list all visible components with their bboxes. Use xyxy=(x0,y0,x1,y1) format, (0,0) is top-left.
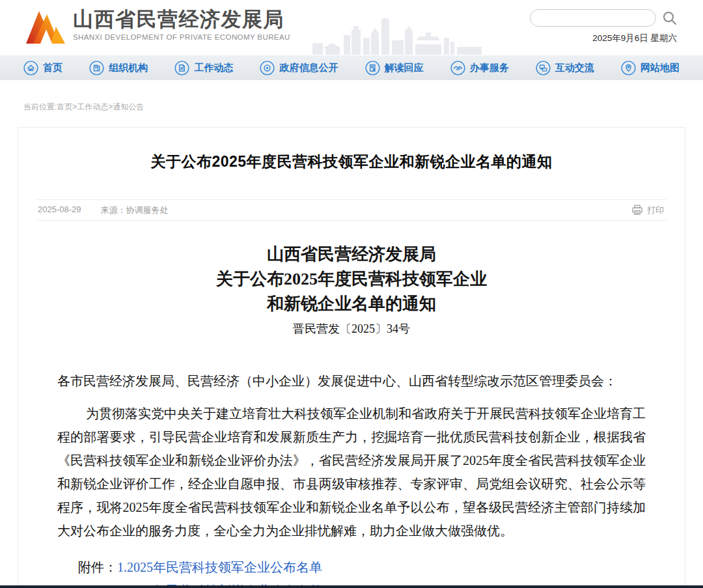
eye-disclosure-icon xyxy=(260,61,275,76)
search-icon xyxy=(661,10,678,27)
nav-label: 办事服务 xyxy=(470,62,509,74)
nav-label: 工作动态 xyxy=(194,62,233,74)
breadcrumb-link-work-news[interactable]: 工作动态 xyxy=(77,102,108,111)
main-nav: 首页 组织机构 工作动态 政府信息公开 解读回应 xyxy=(0,55,703,80)
nav-label: 解读回应 xyxy=(385,62,424,74)
salutation-paragraph: 各市民营经济发展局、民营经济（中小企业）发展促进中心、山西省转型综改示范区管理委… xyxy=(57,369,646,393)
attachments-label: 附件： xyxy=(78,555,117,588)
document-content: 山西省民营经济发展局 关于公布2025年度民营科技领军企业 和新锐企业名单的通知… xyxy=(18,242,685,588)
article-title: 关于公布2025年度民营科技领军企业和新锐企业名单的通知 xyxy=(18,152,685,172)
document-heading-line: 山西省民营经济发展局 xyxy=(18,242,685,267)
search-button[interactable] xyxy=(661,10,678,27)
nav-item-gov-info[interactable]: 政府信息公开 xyxy=(260,61,338,76)
handshake-service-icon xyxy=(450,61,465,76)
nav-label: 组织机构 xyxy=(109,62,148,74)
document-number: 晋民营发〔2025〕34号 xyxy=(18,321,685,337)
article-source: 来源：协调服务处 xyxy=(101,204,169,216)
breadcrumb-prefix: 当前位置: xyxy=(23,102,57,111)
article-meta-bar: 2025-08-29 来源：协调服务处 打印 xyxy=(36,199,667,221)
header-date: 2025年9月6日 星期六 xyxy=(592,33,677,44)
nav-item-work-news[interactable]: 工作动态 xyxy=(174,61,233,76)
nav-label: 网站地图 xyxy=(641,62,680,74)
attachments-links: 1.2025年民营科技领军企业公布名单 2.2025年民营科技新锐企业公布名单 xyxy=(117,555,322,588)
site-header: 山西省民营经济发展局 SHANXI DEVELOPMENT OF PRIVATE… xyxy=(0,0,703,55)
nav-item-services[interactable]: 办事服务 xyxy=(450,61,509,76)
nav-label: 政府信息公开 xyxy=(279,62,338,74)
site-brand: 山西省民营经济发展局 SHANXI DEVELOPMENT OF PRIVATE… xyxy=(73,8,290,41)
print-label: 打印 xyxy=(647,204,664,216)
article-date: 2025-08-29 xyxy=(38,204,81,216)
header-searchbar xyxy=(530,9,678,27)
nav-label: 首页 xyxy=(43,62,62,74)
site-title: 山西省民营经济发展局 xyxy=(73,8,290,31)
nav-item-interaction[interactable]: 互动交流 xyxy=(536,61,594,76)
city-skyline-decoration xyxy=(312,18,482,57)
document-body: 各市民营经济发展局、民营经济（中小企业）发展促进中心、山西省转型综改示范区管理委… xyxy=(57,369,646,542)
search-input[interactable] xyxy=(530,9,656,27)
breadcrumb-link-notices[interactable]: 通知公告 xyxy=(113,102,144,111)
organization-icon xyxy=(89,61,104,76)
bottom-bar xyxy=(0,585,703,588)
nav-item-interpretation[interactable]: 解读回应 xyxy=(365,61,424,76)
article-meta-left: 2025-08-29 来源：协调服务处 xyxy=(36,204,169,216)
site-subtitle: SHANXI DEVELOPMENT OF PRIVATE ECONOMY BU… xyxy=(73,33,290,41)
document-heading-line: 和新锐企业名单的通知 xyxy=(18,292,685,316)
sitemap-pin-icon xyxy=(621,61,636,76)
chat-interaction-icon xyxy=(536,61,551,76)
nav-item-sitemap[interactable]: 网站地图 xyxy=(621,61,680,76)
attachments-section: 附件： 1.2025年民营科技领军企业公布名单 2.2025年民营科技新锐企业公… xyxy=(78,555,646,588)
breadcrumb-link-home[interactable]: 首页 xyxy=(57,102,72,111)
home-icon xyxy=(23,61,38,76)
mountain-logo-icon[interactable] xyxy=(25,7,66,48)
body-paragraph: 为贯彻落实党中央关于建立培育壮大科技领军企业机制和省政府关于开展民营科技领军企业… xyxy=(57,402,646,542)
interpret-response-icon xyxy=(365,61,380,76)
nav-item-home[interactable]: 首页 xyxy=(23,61,62,76)
news-document-icon xyxy=(174,61,189,76)
attachment-link-leading-enterprises[interactable]: 1.2025年民营科技领军企业公布名单 xyxy=(117,555,322,579)
printer-icon xyxy=(631,204,643,216)
nav-label: 互动交流 xyxy=(555,62,594,74)
nav-item-organization[interactable]: 组织机构 xyxy=(89,61,148,76)
article-card: 关于公布2025年度民营科技领军企业和新锐企业名单的通知 2025-08-29 … xyxy=(18,127,685,588)
print-button[interactable]: 打印 xyxy=(631,204,667,216)
breadcrumb: 当前位置:首页>工作动态>通知公告 xyxy=(23,102,703,113)
document-heading-line: 关于公布2025年度民营科技领军企业 xyxy=(18,267,685,292)
document-heading: 山西省民营经济发展局 关于公布2025年度民营科技领军企业 和新锐企业名单的通知 xyxy=(18,242,685,316)
